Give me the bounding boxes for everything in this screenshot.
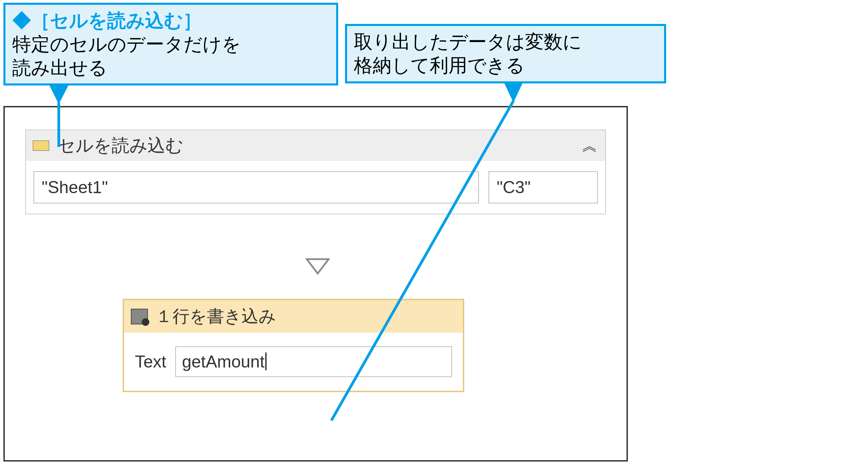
read-cell-icon (33, 141, 49, 151)
activity-title: セルを読み込む (57, 134, 183, 158)
activity-body: Text getAmount (124, 333, 463, 391)
text-cursor (265, 352, 266, 370)
text-value-field[interactable]: getAmount (175, 346, 452, 377)
activity-read-cell[interactable]: セルを読み込む ︽ "Sheet1" "C3" (25, 130, 606, 214)
activity-header[interactable]: セルを読み込む ︽ (26, 130, 605, 161)
text-label: Text (135, 352, 166, 372)
callout-read-cell: ◆［セルを読み込む］ 特定のセルのデータだけを 読み出せる (3, 3, 338, 85)
callout-variable: 取り出したデータは変数に 格納して利用できる (345, 24, 666, 83)
activity-body: "Sheet1" "C3" (26, 161, 605, 214)
text-value: getAmount (182, 352, 265, 371)
workflow-panel: セルを読み込む ︽ "Sheet1" "C3" １行を書き込み Text get… (3, 106, 628, 462)
callout-body: 特定のセルのデータだけを 読み出せる (12, 32, 329, 80)
collapse-icon[interactable]: ︽ (582, 135, 598, 156)
write-line-icon (131, 309, 148, 324)
activity-title: １行を書き込み (155, 305, 276, 328)
flow-arrow-icon (305, 258, 330, 275)
callout-body: 取り出したデータは変数に 格納して利用できる (354, 30, 657, 77)
sheet-name-field[interactable]: "Sheet1" (33, 171, 479, 203)
activity-write-line[interactable]: １行を書き込み Text getAmount (123, 299, 464, 392)
callout-title: ◆［セルを読み込む］ (12, 9, 329, 32)
activity-header[interactable]: １行を書き込み (124, 300, 463, 333)
cell-address-field[interactable]: "C3" (488, 171, 598, 203)
svg-marker-4 (307, 259, 329, 273)
